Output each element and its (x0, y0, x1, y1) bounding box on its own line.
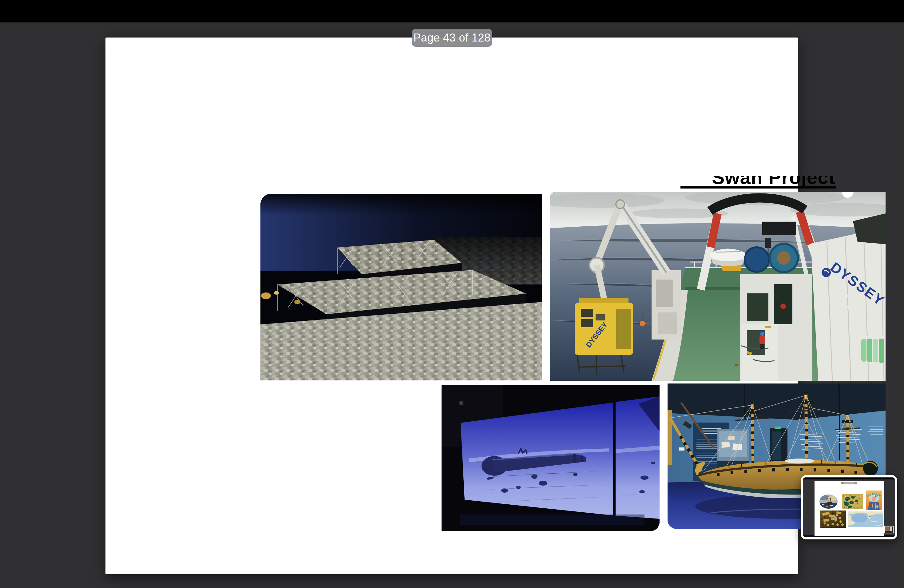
map-marker (869, 516, 871, 517)
coin-hoard-illustration (261, 194, 542, 381)
pip-mini-top-bar (803, 477, 895, 479)
ship-painting-art (819, 495, 838, 509)
pip-gold-treasure-thumb (820, 511, 846, 528)
slide-title-clipped: Swan Project (690, 176, 850, 187)
slide-title-text: Swan Project (712, 176, 835, 187)
screen: Page 43 of 128 Swan Project (0, 0, 904, 588)
page-number-badge: Page 43 of 128 (412, 29, 492, 47)
rescue-boat (710, 248, 745, 266)
caribbean-map-art (848, 511, 883, 527)
ceiling-fixture (459, 401, 463, 405)
screen-divider (613, 402, 616, 516)
mel-fisher-cover-art: MEL FISHER (866, 490, 882, 510)
photo-research-vessel: DYSSEY (550, 192, 885, 381)
pip-mel-fisher-book-thumb: MEL FISHER (866, 490, 882, 510)
pip-caribbean-map-thumb (848, 511, 883, 527)
gold-treasure-art (820, 511, 846, 528)
pip-screen-share-preview[interactable]: MEL FISHER (801, 475, 897, 539)
pip-ship-painting-thumb (819, 495, 838, 509)
research-vessel-illustration: DYSSEY (550, 192, 885, 381)
pip-mini-slide: MEL FISHER (814, 481, 884, 536)
top-black-bar (0, 0, 904, 22)
furled-sail (785, 458, 814, 463)
photo-coin-hoard (261, 194, 542, 381)
pip-mini-screen: MEL FISHER (803, 477, 895, 537)
page-number-text: Page 43 of 128 (413, 32, 490, 44)
emeralds-art (842, 494, 863, 509)
underwater-projection-illustration (441, 385, 659, 531)
floor-glow (460, 514, 645, 525)
superstructure (740, 274, 812, 381)
wall-label (679, 447, 684, 450)
pip-mini-page-badge (841, 482, 857, 484)
document-page[interactable]: Swan Project (106, 38, 798, 574)
photo-underwater-projection (441, 385, 659, 531)
pip-emeralds-thumb (842, 494, 863, 509)
pip-nested-preview (884, 526, 893, 533)
